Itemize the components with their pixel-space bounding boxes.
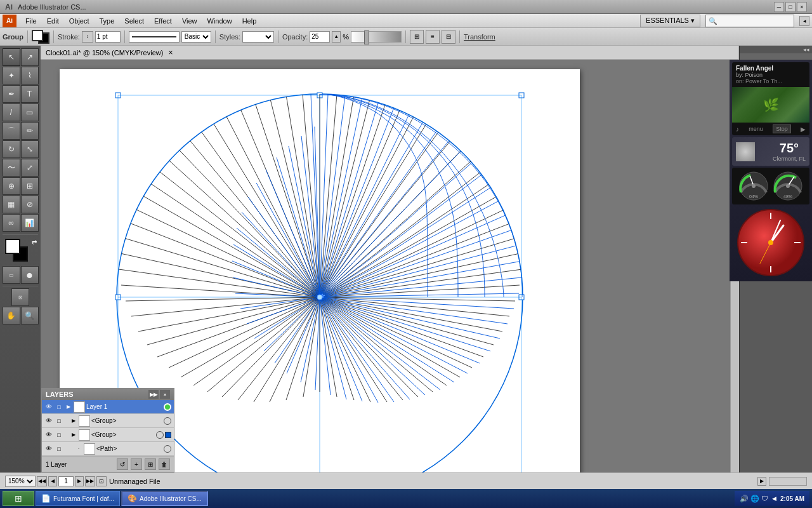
layer-lock-icon[interactable]: □ <box>55 418 63 424</box>
chart-tool[interactable]: 📊 <box>21 214 39 232</box>
stop-btn[interactable]: Stop <box>773 124 791 133</box>
layer-eye-icon[interactable]: 👁 <box>44 417 53 424</box>
menu-file[interactable]: File <box>20 16 42 26</box>
paintbrush-tool[interactable]: ⌒ <box>3 122 20 140</box>
layer-target-indicator[interactable] <box>164 417 171 425</box>
table-row[interactable]: 👁 □ ▶ <Group> <box>42 414 174 428</box>
menu-object[interactable]: Object <box>64 16 95 26</box>
page-options-btn[interactable]: ⊡ <box>96 476 107 486</box>
prev-btn[interactable]: ◀ <box>48 476 57 486</box>
zoom-tool[interactable]: 🔍 <box>21 307 39 324</box>
panel-expand-btn[interactable]: ◂◂ <box>740 46 812 53</box>
layer-eye-icon[interactable]: 👁 <box>44 445 53 452</box>
layer-target-indicator[interactable] <box>164 445 171 453</box>
minimize-btn[interactable]: ─ <box>774 2 784 12</box>
screen-mode-btn[interactable]: ⊡ <box>11 288 29 306</box>
rect-tool[interactable]: ▭ <box>21 104 39 121</box>
stroke-value[interactable] <box>95 31 121 43</box>
free-transform-tool[interactable]: ⤢ <box>21 159 39 177</box>
taskbar-hide-btn[interactable]: ◀ <box>772 495 776 502</box>
normal-mode-btn[interactable]: ▭ <box>3 266 20 284</box>
next-btn[interactable]: ▶ <box>75 476 84 486</box>
layer-expand-icon[interactable]: · <box>75 446 82 451</box>
blend2-tool[interactable]: ∞ <box>3 214 20 232</box>
layer-delete-btn[interactable]: 🗑 <box>159 458 170 470</box>
menu-window[interactable]: Window <box>202 16 237 26</box>
distribute-btn[interactable]: ⊟ <box>442 30 455 44</box>
type-tool[interactable]: T <box>21 85 39 103</box>
opacity-input[interactable] <box>310 31 330 43</box>
gradient-tool[interactable]: ▦ <box>3 196 20 213</box>
blend-tool[interactable]: ⊕ <box>3 177 20 195</box>
next-page-btn[interactable]: ▶▶ <box>85 476 95 486</box>
page-input[interactable] <box>58 476 74 486</box>
prev-btn[interactable]: ♪ <box>736 126 739 133</box>
taskbar-app-2[interactable]: 🎨 Adobe Illustrator CS... <box>121 491 208 506</box>
swap-colors-btn[interactable]: ⇄ <box>32 239 37 246</box>
layer-target-indicator[interactable] <box>156 431 164 439</box>
layer-eye-icon[interactable]: 👁 <box>44 431 53 438</box>
layer-expand-icon[interactable]: ▶ <box>70 418 77 424</box>
layers-panel-menu-btn[interactable]: ▶▶ <box>148 390 159 399</box>
zoom-controls[interactable]: 150% ◀◀ ◀ ▶ ▶▶ ⊡ <box>5 476 107 487</box>
lasso-tool[interactable]: ⌇ <box>21 67 39 84</box>
panel-collapse-btn[interactable]: ◂ <box>799 16 809 26</box>
layer-expand-icon[interactable]: ▶ <box>65 404 72 410</box>
layer-lock-icon[interactable]: □ <box>55 432 63 438</box>
hand-tool[interactable]: ✋ <box>3 307 20 324</box>
opacity-slider-area[interactable] <box>351 31 402 43</box>
search-input[interactable] <box>705 15 794 27</box>
snap-btn[interactable]: ⊞ <box>410 30 424 44</box>
layer-history-btn[interactable]: ↺ <box>117 458 128 470</box>
layer-options-btn[interactable]: ⊞ <box>145 458 156 470</box>
layer-add-btn[interactable]: + <box>131 458 142 470</box>
fill-stroke-preview[interactable] <box>32 30 49 44</box>
layer-target-indicator[interactable] <box>164 403 171 411</box>
doc-close-btn[interactable]: × <box>168 48 173 57</box>
eyedropper-tool[interactable]: ⊘ <box>21 196 39 213</box>
mask-mode-btn[interactable]: ⬤ <box>21 266 39 284</box>
rotate-tool[interactable]: ↻ <box>3 140 20 158</box>
scale-tool[interactable]: ⤡ <box>21 140 39 158</box>
layers-panel-collapse-btn[interactable]: × <box>160 390 170 399</box>
stroke-type-select[interactable]: Basic <box>181 31 211 43</box>
maximize-btn[interactable]: □ <box>785 2 796 12</box>
status-arrow-right[interactable]: ▶ <box>757 477 766 486</box>
style-select[interactable] <box>242 31 274 43</box>
layer-expand-icon[interactable]: ▶ <box>70 432 77 438</box>
table-row[interactable]: 👁 □ ▶ Layer 1 <box>42 400 174 414</box>
warp-tool[interactable]: 〜 <box>3 159 20 177</box>
layer-lock-icon[interactable]: □ <box>55 404 63 410</box>
essentials-dropdown[interactable]: ESSENTIALS ▾ <box>640 15 700 27</box>
direct-selection-tool[interactable]: ↗ <box>21 48 39 66</box>
opacity-slider-handle[interactable] <box>364 30 369 44</box>
align-btn[interactable]: ≡ <box>426 30 440 44</box>
zoom-select[interactable]: 150% <box>5 476 36 487</box>
close-btn[interactable]: × <box>797 2 807 12</box>
menu-effect[interactable]: Effect <box>149 16 177 26</box>
window-controls[interactable]: ─ □ × <box>774 2 807 12</box>
line-tool[interactable]: / <box>3 104 20 121</box>
menu-help[interactable]: Help <box>237 16 262 26</box>
pencil-tool[interactable]: ✏ <box>21 122 39 140</box>
opacity-arrow-up[interactable]: ▲ <box>332 31 341 43</box>
prev-page-btn[interactable]: ◀◀ <box>37 476 47 486</box>
foreground-color[interactable] <box>5 239 20 254</box>
mesh-tool[interactable]: ⊞ <box>21 177 39 195</box>
color-boxes[interactable]: ⇄ <box>3 239 38 264</box>
layer-eye-icon[interactable]: 👁 <box>44 403 53 410</box>
pen-tool[interactable]: ✒ <box>3 85 20 103</box>
taskbar-app-1[interactable]: 📄 Futurama Font | daf... <box>36 491 120 506</box>
menu-btn[interactable]: menu <box>749 126 763 132</box>
layer-lock-icon[interactable]: □ <box>55 446 63 452</box>
start-button[interactable]: ⊞ <box>3 491 34 506</box>
menu-edit[interactable]: Edit <box>42 16 64 26</box>
next-btn[interactable]: ▶ <box>801 126 806 133</box>
menu-view[interactable]: View <box>177 16 202 26</box>
selection-tool[interactable]: ↖ <box>3 48 20 66</box>
table-row[interactable]: 👁 □ · <Path> <box>42 442 174 456</box>
transform-label[interactable]: Transform <box>464 33 495 41</box>
menu-type[interactable]: Type <box>95 16 120 26</box>
table-row[interactable]: 👁 □ ▶ <Group> <box>42 428 174 442</box>
menu-select[interactable]: Select <box>119 16 149 26</box>
